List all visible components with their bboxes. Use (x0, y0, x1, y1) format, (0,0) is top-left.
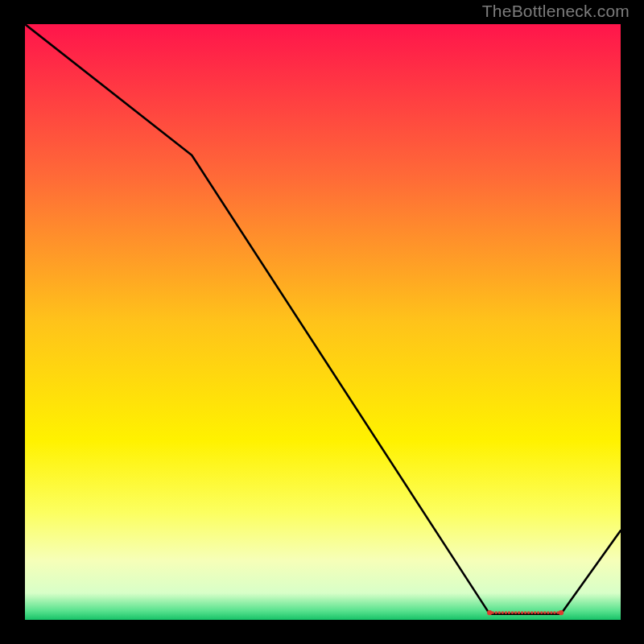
svg-rect-11 (521, 612, 523, 614)
svg-point-1 (559, 610, 564, 615)
svg-rect-22 (557, 612, 559, 614)
svg-rect-12 (524, 612, 526, 614)
svg-rect-17 (540, 612, 543, 614)
svg-rect-10 (518, 612, 520, 614)
svg-rect-14 (530, 612, 533, 614)
chart-svg (25, 24, 621, 620)
svg-rect-4 (498, 612, 501, 614)
svg-point-0 (487, 610, 492, 615)
svg-rect-20 (551, 612, 553, 614)
svg-rect-15 (534, 612, 536, 614)
svg-rect-9 (514, 612, 517, 614)
watermark-text: TheBottleneck.com (482, 2, 630, 21)
svg-rect-19 (547, 612, 550, 614)
svg-rect-2 (492, 612, 494, 614)
chart-background (25, 24, 621, 620)
svg-rect-7 (508, 612, 510, 614)
svg-rect-21 (554, 612, 556, 614)
svg-rect-16 (537, 612, 539, 614)
svg-rect-13 (527, 612, 530, 614)
chart-frame: TheBottleneck.com (0, 0, 644, 644)
chart-plot-area (25, 24, 621, 620)
svg-rect-8 (511, 612, 514, 614)
svg-rect-3 (495, 612, 497, 614)
svg-rect-18 (543, 612, 546, 614)
svg-rect-5 (502, 612, 504, 614)
svg-rect-6 (505, 612, 507, 614)
